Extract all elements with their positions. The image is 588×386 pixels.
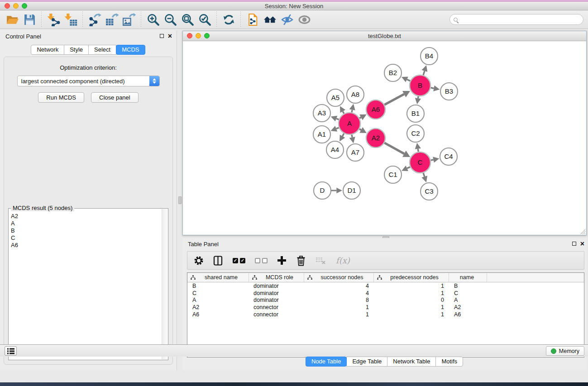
zoom-out-button[interactable] [162,11,179,28]
edge-A-A1[interactable] [336,128,339,129]
show-graphics-button[interactable] [296,11,313,28]
edge-A-A2[interactable] [359,129,361,130]
close-panel-icon[interactable]: × [168,33,172,38]
table-cell[interactable]: B [449,283,487,289]
table-cell[interactable]: 4 [304,283,374,289]
table-row[interactable]: Adominator80A [187,296,584,304]
edge-A6-B[interactable] [384,94,404,105]
edge-A-A6[interactable] [359,117,361,118]
refresh-layout-button[interactable] [220,11,237,28]
network-graph[interactable]: AA1A2A3A4A5A6A7A8BB1B2B3B4CC1C2C3C4DD1 [183,41,586,235]
table-cell[interactable]: connector [249,304,304,310]
edge-B-B3[interactable] [431,88,434,88]
edge-A-A5[interactable] [343,111,344,114]
table-cell[interactable]: A [449,297,487,303]
duplicate-network-button[interactable] [244,11,261,28]
edge-C-C1[interactable] [407,167,410,168]
mcds-result-item[interactable]: A [11,220,161,227]
edge-C-C3[interactable] [423,173,425,176]
table-cell[interactable]: A2 [449,304,487,310]
column-header-shared-name[interactable]: shared name [187,273,249,282]
column-header-MCDS-role[interactable]: MCDS role [249,273,304,282]
column-header-successor-nodes[interactable]: successor nodes [304,273,374,282]
close-table-panel-icon[interactable]: × [580,241,584,246]
save-session-button[interactable] [21,11,38,28]
table-cell[interactable]: 8 [304,297,374,303]
vertical-split-handle[interactable] [178,196,182,204]
edge-A2-C[interactable] [384,143,404,154]
table-cell[interactable]: 0 [374,297,449,303]
table-cell[interactable]: A6 [187,311,249,318]
edge-A-A7[interactable] [352,134,352,137]
table-cell[interactable]: 1 [304,304,374,310]
network-canvas[interactable]: AA1A2A3A4A5A6A7A8BB1B2B3B4CC1C2C3C4DD1 [183,41,586,235]
deselect-all-button[interactable] [255,258,268,263]
import-network-button[interactable] [45,11,62,28]
table-cell[interactable]: 1 [374,311,449,318]
table-cell[interactable]: connector [249,311,304,318]
table-row[interactable]: Bdominator41B [187,282,584,290]
table-row[interactable]: A6connector11A6 [187,311,584,318]
delete-column-button[interactable] [296,255,306,266]
tab-mcds[interactable]: MCDS [116,45,145,55]
hide-labels-button[interactable] [278,11,296,28]
zoom-fit-button[interactable] [179,11,196,28]
table-row[interactable]: Cdominator41C [187,290,584,297]
edge-C-C4[interactable] [431,160,434,160]
close-panel-button[interactable]: Close panel [91,92,139,103]
tab-select[interactable]: Select [88,45,116,55]
float-panel-icon[interactable] [160,34,164,38]
table-cell[interactable]: B [187,283,249,289]
table-cell[interactable]: A2 [187,304,249,310]
table-settings-button[interactable] [194,256,204,266]
tab-style[interactable]: Style [64,45,89,55]
table-cell[interactable]: 1 [374,283,449,289]
edge-C-C2[interactable] [418,149,418,152]
table-tab-node-table[interactable]: Node Table [306,357,347,367]
mcds-result-item[interactable]: B [11,227,161,234]
table-cell[interactable]: A [187,297,249,303]
edge-B-B4[interactable] [423,71,425,75]
table-cell[interactable]: dominator [249,290,304,296]
edge-B-B2[interactable] [407,79,410,81]
column-header-name[interactable]: name [449,273,487,282]
table-cell[interactable]: 1 [374,304,449,310]
table-cell[interactable]: dominator [249,297,304,303]
delete-table-button[interactable] [316,256,326,265]
task-history-button[interactable] [5,346,17,356]
optimization-criterion-select[interactable]: largest connected component (directed) [17,76,160,86]
edge-A-A3[interactable] [336,119,339,119]
search-box[interactable] [449,14,583,25]
mcds-result-item[interactable]: A2 [11,213,161,220]
run-mcds-button[interactable]: Run MCDS [38,92,84,103]
edge-B-B1[interactable] [418,96,418,99]
table-cell[interactable]: C [449,290,487,296]
table-cell[interactable]: 4 [304,290,374,296]
export-network-button[interactable] [86,11,103,28]
select-all-button[interactable]: ✓✓ [233,258,245,263]
column-layout-button[interactable] [213,256,223,266]
zoom-in-button[interactable] [144,11,162,28]
table-cell[interactable]: dominator [249,283,304,289]
mcds-result-item[interactable]: A6 [11,242,161,249]
mcds-result-item[interactable]: C [11,234,161,242]
resize-grip-icon[interactable] [580,229,586,234]
memory-button[interactable]: Memory [546,346,584,356]
table-tab-edge-table[interactable]: Edge Table [346,357,387,367]
export-image-button[interactable] [120,11,138,28]
edge-A-A4[interactable] [343,133,344,136]
table-cell[interactable]: A6 [449,311,487,318]
tab-network[interactable]: Network [31,45,64,55]
mcds-result-list[interactable]: A2ABCA6 [9,210,161,359]
float-table-panel-icon[interactable] [572,242,576,246]
table-cell[interactable]: 1 [304,311,374,318]
table-tab-network-table[interactable]: Network Table [387,357,436,367]
add-column-button[interactable] [277,256,287,265]
table-tab-motifs[interactable]: Motifs [435,357,463,367]
import-table-button[interactable] [62,11,79,28]
search-input[interactable] [460,15,583,24]
column-header-predecessor-nodes[interactable]: predecessor nodes [374,273,449,282]
zoom-selected-button[interactable] [196,11,213,28]
table-row[interactable]: A2connector11A2 [187,304,584,311]
result-scrollbar[interactable] [162,209,167,359]
